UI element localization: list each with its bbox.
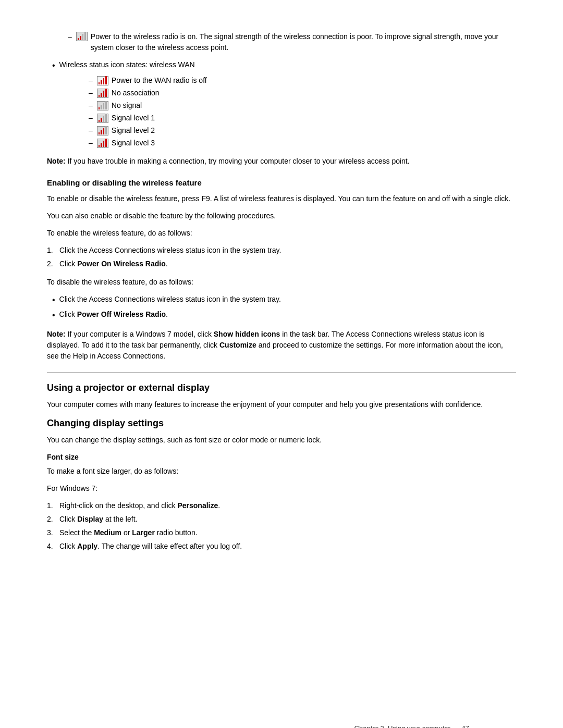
bold-label: Apply (77, 542, 97, 550)
intro-dash-item: – Power to the wireless radio is on. The… (68, 31, 516, 53)
note1-text: If you have trouble in making a connecti… (66, 157, 410, 165)
note1-label: Note: (47, 157, 66, 165)
dash-icon: – (89, 88, 93, 98)
list-item: 1. Right-click on the desktop, and click… (47, 500, 516, 511)
customize-label: Customize (219, 341, 256, 349)
footer-page-num: 47 (462, 724, 469, 729)
no-assoc-icon (97, 89, 108, 98)
bullet-dot: • (52, 59, 55, 72)
wan-item-text: No association (112, 88, 160, 98)
bold-label: Power On Wireless Radio (77, 260, 165, 268)
wan-item-text: Signal level 2 (112, 125, 155, 136)
disable-bullet-2: • Click Power Off Wireless Radio. (47, 309, 516, 322)
step-number: 3. (47, 527, 59, 538)
projector-heading: Using a projector or external display (47, 381, 516, 395)
no-signal-icon (97, 101, 108, 110)
footer: Chapter 2. Using your computer 47 (354, 723, 469, 729)
note2-label: Note: (47, 330, 66, 338)
list-item: 1. Click the Access Connections wireless… (47, 245, 516, 256)
step-number: 2. (47, 258, 59, 269)
power-off-icon (97, 76, 108, 85)
note1-para: Note: If you have trouble in making a co… (47, 156, 516, 167)
bold-label: Power Off Wireless Radio (77, 310, 166, 318)
list-item: – No signal (89, 100, 516, 111)
step-number: 4. (47, 541, 59, 552)
signal2-icon (97, 126, 108, 135)
show-hidden-icons-label: Show hidden icons (214, 330, 280, 338)
step-text: Click the Access Connections wireless st… (59, 245, 281, 256)
disable-bullet-text: Click the Access Connections wireless st… (59, 294, 281, 305)
section-divider (47, 372, 516, 373)
dash-icon: – (89, 113, 93, 124)
list-item: – No association (89, 88, 516, 98)
dash-icon: – (68, 31, 72, 42)
wan-item-text: No signal (112, 100, 142, 111)
font-size-label: Font size (47, 452, 516, 463)
list-item: – Signal level 3 (89, 138, 516, 149)
list-item: – Signal level 1 (89, 113, 516, 124)
step-text: Select the Medium or Larger radio button… (59, 527, 198, 538)
signal3-icon (97, 139, 108, 148)
list-item: – Power to the WAN radio is off (89, 75, 516, 86)
enable-steps-list: 1. Click the Access Connections wireless… (47, 245, 516, 269)
note2-para: Note: If your computer is a Windows 7 mo… (47, 329, 516, 362)
disable-bullets-section: • Click the Access Connections wireless … (47, 294, 516, 322)
enable-intro: To enable the wireless feature, do as fo… (47, 228, 516, 239)
dash-icon: – (89, 100, 93, 111)
changing-para: You can change the display settings, suc… (47, 435, 516, 446)
enabling-para2: You can also enable or disable the featu… (47, 211, 516, 221)
list-item: 2. Click Power On Wireless Radio. (47, 258, 516, 269)
dash-icon: – (89, 138, 93, 149)
step-number: 2. (47, 514, 59, 525)
signal1-icon (97, 114, 108, 123)
font-size-intro: To make a font size larger, do as follow… (47, 466, 516, 477)
bold-label: Medium (94, 528, 121, 537)
projector-para: Your computer comes with many features t… (47, 399, 516, 410)
bold-label: Display (77, 515, 103, 523)
wan-icon-list: – Power to the WAN radio is off – (57, 75, 516, 149)
wireless-signal-icon (76, 32, 88, 41)
wireless-status-label: Wireless status icon states: wireless WA… (59, 59, 195, 70)
step-text: Click Display at the left. (59, 514, 137, 525)
wan-item-text: Signal level 1 (112, 113, 155, 124)
wan-item-text: Power to the WAN radio is off (112, 75, 207, 86)
wireless-status-bullet: • Wireless status icon states: wireless … (47, 59, 516, 72)
step-text: Click Apply. The change will take effect… (59, 541, 242, 552)
list-item: – Signal level 2 (89, 125, 516, 136)
disable-bullet-text: Click Power Off Wireless Radio. (59, 309, 168, 320)
for-windows7: For Windows 7: (47, 483, 516, 494)
step-text: Right-click on the desktop, and click Pe… (59, 500, 220, 511)
changing-heading: Changing display settings (47, 416, 516, 430)
wan-item-text: Signal level 3 (112, 138, 155, 149)
bullet-dot: • (52, 309, 55, 322)
bold-label: Personalize (177, 501, 218, 510)
list-item: 2. Click Display at the left. (47, 514, 516, 525)
dash-icon: – (89, 125, 93, 136)
bullet-dot: • (52, 294, 55, 306)
enabling-heading: Enabling or disabling the wireless featu… (47, 177, 516, 189)
bold-label: Larger (132, 528, 155, 537)
intro-dash-text: Power to the wireless radio is on. The s… (91, 31, 516, 53)
list-item: 4. Click Apply. The change will take eff… (47, 541, 516, 552)
step-number: 1. (47, 500, 59, 511)
disable-bullet-1: • Click the Access Connections wireless … (47, 294, 516, 306)
step-text: Click Power On Wireless Radio. (59, 258, 168, 269)
enabling-para1: To enable or disable the wireless featur… (47, 193, 516, 204)
disable-intro: To disable the wireless feature, do as f… (47, 277, 516, 288)
footer-chapter: Chapter 2. Using your computer (354, 724, 450, 729)
dash-icon: – (89, 75, 93, 86)
step-number: 1. (47, 245, 59, 256)
list-item: 3. Select the Medium or Larger radio but… (47, 527, 516, 538)
font-steps-list: 1. Right-click on the desktop, and click… (47, 500, 516, 552)
